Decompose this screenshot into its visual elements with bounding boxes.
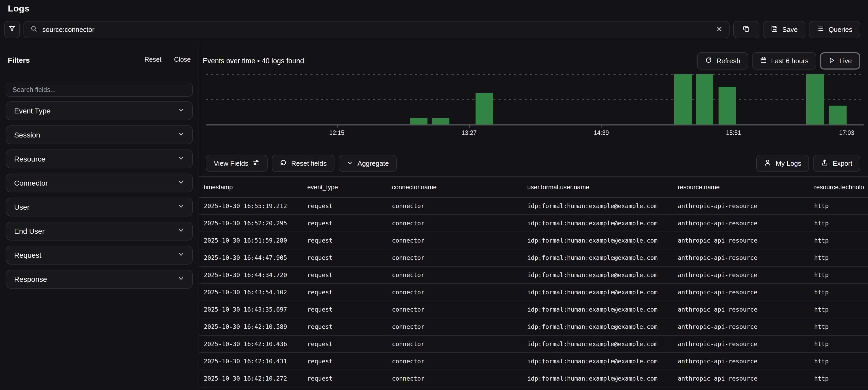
filter-section-end-user[interactable]: End User: [6, 222, 193, 240]
chart-bar[interactable]: [696, 74, 714, 124]
filter-section-resource[interactable]: Resource: [6, 150, 193, 168]
save-button[interactable]: Save: [763, 21, 806, 38]
axis-tick-label: 17:03: [839, 130, 855, 136]
chart-bar[interactable]: [829, 106, 846, 124]
export-button[interactable]: Export: [813, 155, 860, 172]
table-row[interactable]: 2025-10-30 16:42:10.589requestconnectori…: [199, 319, 868, 336]
table-row[interactable]: 2025-10-30 16:43:35.697requestconnectori…: [199, 301, 868, 319]
table-cell: anthropic-api-resource: [673, 306, 809, 313]
table-cell: http: [809, 306, 868, 313]
chart-bar[interactable]: [475, 93, 493, 124]
filter-section-label: Resource: [14, 155, 45, 163]
table-row[interactable]: 2025-10-30 16:55:19.212requestconnectori…: [199, 198, 868, 215]
column-header[interactable]: timestamp: [199, 183, 303, 190]
user-icon: [764, 159, 772, 168]
column-header[interactable]: resource.technolo: [809, 183, 868, 190]
column-header[interactable]: connector.name: [387, 183, 523, 190]
search-icon: [30, 25, 38, 34]
close-filters-button[interactable]: Close: [174, 56, 191, 63]
reset-fields-button[interactable]: Reset fields: [272, 155, 335, 172]
aggregate-button[interactable]: Aggregate: [339, 155, 397, 172]
chart-bar[interactable]: [718, 87, 736, 124]
chart-bar[interactable]: [410, 118, 428, 124]
table-cell: request: [303, 323, 387, 330]
filter-section-session[interactable]: Session: [6, 125, 193, 144]
filter-section-label: User: [14, 203, 30, 211]
copy-query-button[interactable]: [733, 21, 759, 38]
table-cell: idp:formal:human:example@example.com: [523, 219, 673, 227]
refresh-icon: [705, 57, 712, 65]
table-cell: anthropic-api-resource: [673, 323, 809, 330]
queries-button[interactable]: Queries: [809, 21, 860, 38]
topbar: Logs Save Queries: [0, 0, 868, 42]
table-cell: idp:formal:human:example@example.com: [523, 375, 673, 382]
table-cell: connector: [387, 306, 523, 313]
filter-section-response[interactable]: Response: [6, 270, 193, 289]
chart-plot-area: 12:1513:2714:3915:5117:03: [206, 74, 864, 125]
table-cell: anthropic-api-resource: [673, 289, 809, 296]
table-cell: request: [303, 375, 387, 382]
search-box: [24, 21, 730, 38]
chart-bar[interactable]: [807, 74, 824, 124]
events-header-row: Events over time • 40 logs found Refresh…: [199, 52, 868, 69]
chart-bar[interactable]: [432, 118, 450, 124]
table-row[interactable]: 2025-10-30 16:42:10.436requestconnectori…: [199, 336, 868, 353]
logs-page: Logs Save Queries: [0, 0, 868, 390]
table-cell: connector: [387, 289, 523, 296]
table-cell: idp:formal:human:example@example.com: [523, 358, 673, 365]
table-row[interactable]: 2025-10-30 16:44:47.905requestconnectori…: [199, 249, 868, 267]
table-row[interactable]: 2025-10-30 16:42:10.272requestconnectori…: [199, 370, 868, 387]
filter-toggle-button[interactable]: [4, 21, 20, 38]
search-input[interactable]: [42, 26, 711, 33]
axis-tick-label: 13:27: [461, 130, 476, 136]
column-header[interactable]: resource.name: [673, 183, 809, 190]
filter-section-connector[interactable]: Connector: [6, 174, 193, 192]
table-cell: connector: [387, 375, 523, 382]
chevron-down-icon: [178, 154, 184, 163]
table-cell: anthropic-api-resource: [673, 237, 809, 244]
table-cell: 2025-10-30 16:43:35.697: [199, 306, 303, 313]
my-logs-button[interactable]: My Logs: [756, 155, 809, 172]
axis-tick-label: 14:39: [594, 130, 609, 136]
table-row[interactable]: 2025-10-30 16:44:34.720requestconnectori…: [199, 267, 868, 284]
filter-section-label: Connector: [14, 179, 48, 187]
time-range-button[interactable]: Last 6 hours: [752, 52, 816, 69]
table-cell: idp:formal:human:example@example.com: [523, 289, 673, 296]
live-button[interactable]: Live: [820, 52, 860, 69]
search-fields-input[interactable]: [6, 83, 193, 97]
view-fields-button-label: View Fields: [214, 159, 248, 167]
list-icon: [817, 25, 825, 34]
search-row: Save Queries: [0, 21, 868, 38]
refresh-button[interactable]: Refresh: [697, 52, 748, 69]
filter-section-request[interactable]: Request: [6, 246, 193, 265]
calendar-icon: [760, 57, 767, 65]
close-icon: [716, 25, 723, 34]
chevron-down-icon: [178, 274, 184, 284]
table-row[interactable]: 2025-10-30 16:42:10.431requestconnectori…: [199, 353, 868, 370]
save-icon: [771, 25, 778, 34]
table-row[interactable]: 2025-10-30 16:43:54.102requestconnectori…: [199, 284, 868, 301]
table-row[interactable]: 2025-10-30 15:50:08.727requestconnectori…: [199, 387, 868, 390]
clear-search-button[interactable]: [716, 25, 723, 34]
column-header[interactable]: event_type: [303, 183, 387, 190]
filter-section-user[interactable]: User: [6, 198, 193, 216]
page-title: Logs: [0, 0, 868, 14]
table-cell: 2025-10-30 16:43:54.102: [199, 289, 303, 296]
table-cell: request: [303, 306, 387, 313]
filter-section-event-type[interactable]: Event Type: [6, 101, 193, 120]
live-button-label: Live: [839, 57, 852, 65]
column-header[interactable]: user.formal.user.name: [523, 183, 673, 190]
table-cell: connector: [387, 271, 523, 279]
table-cell: idp:formal:human:example@example.com: [523, 254, 673, 261]
table-header-row: timestampevent_typeconnector.nameuser.fo…: [199, 176, 868, 198]
aggregate-button-label: Aggregate: [358, 159, 389, 167]
events-chart: 12:1513:2714:3915:5117:03: [206, 74, 864, 139]
table-row[interactable]: 2025-10-30 16:51:59.280requestconnectori…: [199, 232, 868, 249]
table-row[interactable]: 2025-10-30 16:52:20.295requestconnectori…: [199, 215, 868, 232]
sliders-icon: [252, 159, 260, 168]
view-fields-button[interactable]: View Fields: [206, 155, 268, 172]
table-cell: connector: [387, 340, 523, 348]
funnel-icon: [8, 25, 16, 34]
reset-filters-button[interactable]: Reset: [145, 56, 161, 63]
chart-bar[interactable]: [674, 74, 692, 124]
